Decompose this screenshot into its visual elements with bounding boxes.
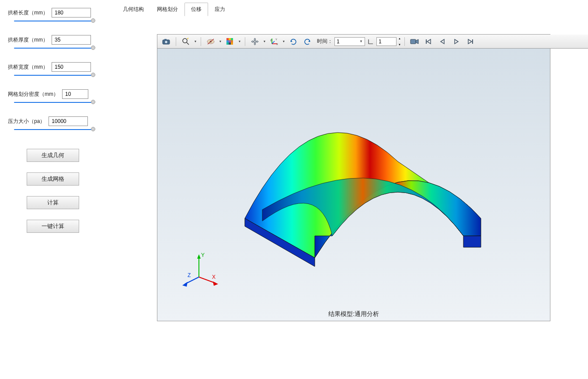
param-label-width: 拱桥宽度（mm）: [8, 63, 48, 71]
axis-triad: Y X Z: [181, 251, 221, 290]
svg-rect-12: [229, 40, 231, 42]
param-input-pressure[interactable]: [49, 116, 88, 126]
svg-line-19: [272, 41, 275, 44]
svg-rect-14: [226, 42, 229, 45]
spin-down-icon[interactable]: ▼: [398, 43, 401, 46]
svg-rect-16: [231, 42, 233, 45]
pan-icon[interactable]: [249, 36, 261, 47]
first-frame-icon[interactable]: [422, 36, 435, 47]
slider-mesh[interactable]: [8, 101, 95, 104]
svg-rect-8: [226, 38, 229, 40]
spin-up-icon[interactable]: ▲: [398, 37, 401, 40]
svg-rect-13: [231, 40, 233, 42]
visibility-dropdown-icon[interactable]: ▼: [219, 36, 222, 47]
svg-text:Z: Z: [188, 272, 191, 278]
svg-rect-9: [229, 38, 231, 40]
param-label-thickness: 拱桥厚度（mm）: [8, 36, 48, 44]
param-label-pressure: 压力大小（pa）: [8, 118, 45, 125]
svg-rect-23: [411, 39, 416, 44]
time-label: 时间：: [317, 38, 333, 45]
sidebar: 拱桥长度（mm） 拱桥厚度（mm） 拱桥宽度（mm） 网格划分密度（mm）: [0, 0, 107, 379]
zoom-dropdown-icon[interactable]: ▼: [194, 36, 197, 47]
svg-point-2: [165, 40, 168, 43]
colormap-icon[interactable]: [224, 36, 236, 47]
svg-rect-25: [472, 39, 473, 44]
svg-text:Z: Z: [270, 39, 272, 42]
gen-geometry-button[interactable]: 生成几何: [27, 149, 79, 162]
tab-mesh[interactable]: 网格划分: [150, 3, 184, 16]
axes-dropdown-icon[interactable]: ▼: [282, 36, 285, 47]
tab-geometry[interactable]: 几何结构: [116, 3, 150, 16]
viewport-caption: 结果模型:通用分析: [157, 310, 550, 318]
slider-width[interactable]: [8, 74, 95, 77]
param-input-width[interactable]: [52, 62, 91, 72]
prev-frame-icon[interactable]: [436, 36, 449, 47]
svg-point-3: [183, 39, 187, 43]
param-input-length[interactable]: [52, 8, 91, 18]
svg-rect-1: [164, 39, 167, 40]
svg-marker-27: [197, 254, 201, 259]
last-frame-icon[interactable]: [464, 36, 477, 47]
param-input-mesh[interactable]: [62, 89, 88, 99]
angle-icon[interactable]: [367, 36, 375, 47]
svg-text:Y: Y: [201, 252, 205, 258]
slider-thickness[interactable]: [8, 46, 95, 50]
arch-model: [227, 109, 490, 302]
viewport[interactable]: ▼ ▼ ▼ ▼: [157, 34, 550, 321]
slider-pressure[interactable]: [8, 128, 95, 131]
zoom-icon[interactable]: [180, 36, 192, 47]
svg-marker-33: [182, 282, 188, 287]
tabs: 几何结构 网格划分 位移 应力: [107, 0, 588, 16]
camera-icon[interactable]: [408, 36, 421, 47]
param-input-thickness[interactable]: [52, 35, 91, 45]
frame-spinner[interactable]: 1: [376, 37, 397, 46]
rotate-ccw-icon[interactable]: [301, 36, 313, 47]
one-click-button[interactable]: 一键计算: [27, 220, 79, 233]
tab-stress[interactable]: 应力: [208, 3, 232, 16]
compute-button[interactable]: 计算: [27, 196, 79, 209]
pan-dropdown-icon[interactable]: ▼: [263, 36, 266, 47]
viewport-toolbar: ▼ ▼ ▼ ▼: [157, 35, 588, 49]
svg-line-4: [187, 42, 189, 45]
slider-length[interactable]: [8, 19, 95, 23]
time-select[interactable]: 1▼: [334, 37, 365, 46]
svg-marker-30: [213, 281, 218, 286]
svg-rect-10: [231, 38, 233, 40]
svg-text:X: X: [276, 43, 278, 46]
rotate-cw-icon[interactable]: [287, 36, 299, 47]
screenshot-icon[interactable]: [160, 36, 172, 47]
play-icon[interactable]: [450, 36, 463, 47]
axes-icon[interactable]: YZX: [268, 36, 280, 47]
svg-rect-11: [226, 40, 229, 42]
svg-text:X: X: [212, 274, 216, 280]
svg-rect-15: [229, 42, 231, 45]
svg-text:Y: Y: [275, 38, 277, 41]
content-area: 几何结构 网格划分 位移 应力 ▼ ▼: [107, 0, 588, 379]
gen-mesh-button[interactable]: 生成网格: [27, 172, 79, 186]
param-label-mesh: 网格划分密度（mm）: [8, 91, 59, 98]
colormap-dropdown-icon[interactable]: ▼: [238, 36, 241, 47]
tab-displacement[interactable]: 位移: [184, 3, 208, 16]
visibility-icon[interactable]: [205, 36, 217, 47]
param-label-length: 拱桥长度（mm）: [8, 9, 48, 17]
